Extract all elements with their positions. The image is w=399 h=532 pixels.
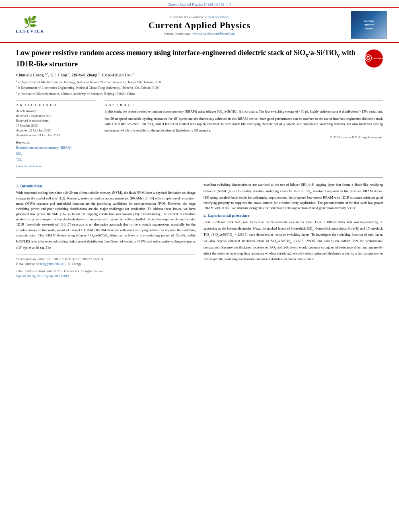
- body-col-left: 1. Introduction With continued scaling d…: [16, 182, 195, 278]
- body-two-col: 1. Introduction With continued scaling d…: [16, 182, 383, 278]
- email-line: E-mail address: chcheng@ntnu.edu.tw (C.-…: [16, 262, 195, 267]
- history-item-3: Accepted 23 October 2013: [16, 128, 97, 133]
- keywords-list: Resistive random access memory (RRAM) Si…: [16, 145, 97, 169]
- journal-logo-right: Current Applied Physics: [343, 11, 387, 39]
- logo-text: Current Applied Physics: [364, 19, 374, 30]
- copyright-line: © 2013 Elsevier B.V. All rights reserved…: [105, 136, 383, 139]
- history-item-0: Received 2 September 2013: [16, 114, 97, 119]
- email-prefix: E-mail address:: [16, 262, 36, 266]
- issn-line: 1567-1739/$ – see front matter © 2013 El…: [16, 269, 195, 279]
- journal-header-center: Contents lists available at ScienceDirec…: [56, 15, 343, 35]
- authors-line: Chun-Hu Cheng a,*, K.I. Chou b, Zhi-Wei …: [16, 72, 383, 77]
- elsevier-logo: 🌿 ELSEVIER: [12, 15, 48, 35]
- abstract-text: In this study, we report a resistive ran…: [105, 109, 383, 133]
- section2-title: 2. Experimental procedure: [204, 213, 383, 218]
- keyword-0[interactable]: Resistive random access memory (RRAM): [16, 145, 97, 151]
- body-col-right: excellent switching characteristics are …: [204, 182, 383, 278]
- elsevier-label: ELSEVIER: [16, 29, 45, 33]
- affiliation-b: b b Department of Electronics Engineerin…: [16, 84, 383, 90]
- affiliation-a: a a Department of Mechatronic Technology…: [16, 79, 383, 85]
- elsevier-logo-area: 🌿 ELSEVIER: [12, 15, 56, 35]
- footnote-area: * Corresponding author. Tel.: +886 2 773…: [16, 255, 195, 279]
- affiliations: a a Department of Mechatronic Technology…: [16, 79, 383, 97]
- history-item-2: 17 October 2013: [16, 123, 97, 128]
- history-item-4: Available online 31 October 2013: [16, 133, 97, 138]
- article-title-area: Low power resistive random access memory…: [16, 48, 383, 69]
- issn-text: 1567-1739/$ – see front matter © 2013 El…: [16, 269, 195, 274]
- crossmark-logo: ⓒ CrossMark: [365, 49, 383, 68]
- homepage-url[interactable]: www.elsevier.com/locate/cap: [192, 31, 234, 35]
- email-link[interactable]: chcheng@ntnu.edu.tw: [36, 262, 63, 266]
- article-history: Article history: Received 2 September 20…: [16, 109, 97, 138]
- page-wrapper: Current Applied Physics 14 (2014) 139–14…: [0, 0, 399, 532]
- journal-logo-box: Current Applied Physics: [351, 11, 387, 39]
- history-title: Article history:: [16, 109, 97, 113]
- citation-text: Current Applied Physics 14 (2014) 139–14…: [167, 2, 231, 6]
- elsevier-tree-icon: 🌿: [23, 16, 37, 28]
- journal-title: Current Applied Physics: [56, 20, 343, 31]
- keyword-1[interactable]: SiO2: [16, 151, 97, 158]
- email-suffix: (C.-H. Cheng).: [63, 262, 82, 266]
- article-title: Low power resistive random access memory…: [16, 48, 360, 69]
- homepage-prefix: journal homepage:: [165, 31, 192, 35]
- journal-homepage: journal homepage: www.elsevier.com/locat…: [56, 31, 343, 35]
- doi-link[interactable]: http://dx.doi.org/10.1016/j.cap.2013.10.…: [16, 274, 69, 278]
- article-info-label: A R T I C L E I N F O: [16, 103, 97, 107]
- keywords-section: Keywords: Resistive random access memory…: [16, 140, 97, 169]
- sciencedirect-prefix: Contents lists available at: [171, 15, 208, 19]
- abstract-label: A B S T R A C T: [105, 103, 383, 107]
- corresponding-author-note: * Corresponding author. Tel.: +886 2 773…: [16, 257, 195, 262]
- sciencedirect-link[interactable]: ScienceDirect: [208, 15, 228, 19]
- sciencedirect-line: Contents lists available at ScienceDirec…: [56, 15, 343, 19]
- article-content: Low power resistive random access memory…: [0, 43, 399, 287]
- keyword-3[interactable]: Current distribution: [16, 164, 97, 169]
- keywords-title: Keywords:: [16, 140, 97, 144]
- abstract-section: A B S T R A C T In this study, we report…: [105, 100, 383, 172]
- intro-para-2: excellent switching characteristics are …: [204, 182, 383, 211]
- section1-title: 1. Introduction: [16, 184, 195, 188]
- intro-para-1: With continued scaling down into sub-20 …: [16, 190, 195, 250]
- article-info-section: A R T I C L E I N F O Article history: R…: [16, 100, 97, 172]
- journal-header: 🌿 ELSEVIER Contents lists available at S…: [0, 8, 399, 43]
- body-divider: [16, 177, 383, 178]
- experimental-para: First, a 200-nm-thick SiO2 was formed on…: [204, 220, 383, 262]
- journal-citation: Current Applied Physics 14 (2014) 139–14…: [0, 0, 399, 8]
- article-info-abstract-row: A R T I C L E I N F O Article history: R…: [16, 100, 383, 172]
- keyword-2[interactable]: TiO2: [16, 157, 97, 164]
- history-item-1: Received in revised form: [16, 119, 97, 123]
- affiliation-c: c c Institute of Microelectronics, Chine…: [16, 90, 383, 97]
